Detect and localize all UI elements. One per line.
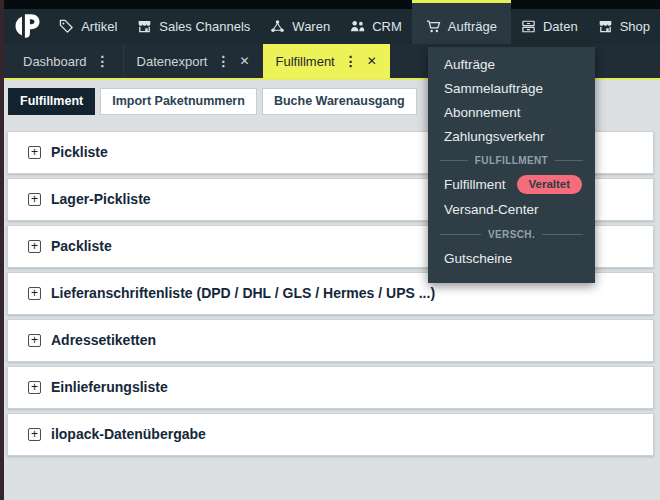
app-logo[interactable]	[4, 0, 49, 44]
nav-item-label: CRM	[372, 19, 402, 34]
network-icon	[270, 19, 285, 34]
menu-item-sammelauftraege[interactable]: Sammelaufträge	[428, 76, 595, 100]
menu-item-versand-center[interactable]: Versand-Center	[428, 198, 595, 222]
tab-datenexport[interactable]: Datenexport ⋮ ✕	[123, 44, 263, 78]
nav-item-label: Sales Channels	[159, 19, 250, 34]
menu-item-auftraege[interactable]: Aufträge	[428, 52, 595, 76]
menu-item-fulfillment[interactable]: Fulfillment Veraltet	[428, 171, 595, 198]
subtab-fulfillment[interactable]: Fulfillment	[8, 88, 95, 115]
plenty-logo-icon	[12, 11, 42, 41]
menu-item-label: Fulfillment	[444, 177, 506, 192]
close-icon[interactable]: ✕	[367, 54, 377, 68]
nav-item-waren[interactable]: Waren	[260, 0, 340, 44]
kebab-menu-icon[interactable]: ⋮	[96, 53, 110, 69]
accordion-row-ilopack-datenuebergabe[interactable]: + ilopack-Datenübergabe	[7, 413, 654, 456]
expand-plus-icon[interactable]: +	[28, 287, 41, 300]
nav-item-label: Shop	[620, 19, 650, 34]
nav-items: Artikel Sales Channels Waren CRM Aufträg…	[49, 0, 660, 44]
nav-item-label: Aufträge	[448, 19, 497, 34]
deprecated-badge: Veraltet	[517, 175, 583, 194]
auftraege-dropdown-menu: Aufträge Sammelaufträge Abonnement Zahlu…	[428, 47, 595, 283]
menu-section-fulfillment: FULFILLMENT	[440, 155, 583, 166]
accordion-row-label: ilopack-Datenübergabe	[51, 426, 206, 442]
nav-item-label: Artikel	[81, 19, 117, 34]
tab-label: Dashboard	[23, 54, 87, 69]
nav-item-shop[interactable]: Shop	[588, 0, 660, 44]
main-navbar: Artikel Sales Channels Waren CRM Aufträg…	[4, 0, 660, 44]
accordion-row-einlieferungsliste[interactable]: + Einlieferungsliste	[7, 366, 654, 409]
shop-icon	[598, 19, 613, 34]
accordion-row-adressetiketten[interactable]: + Adressetiketten	[7, 319, 654, 362]
users-icon	[350, 19, 365, 34]
nav-item-label: Daten	[543, 19, 578, 34]
accordion-row-label: Adressetiketten	[51, 332, 156, 348]
kebab-menu-icon[interactable]: ⋮	[344, 53, 358, 69]
expand-plus-icon[interactable]: +	[28, 146, 41, 159]
cart-icon	[426, 19, 441, 34]
nav-item-daten[interactable]: Daten	[511, 0, 588, 44]
menu-section-versch: VERSCH.	[440, 229, 583, 240]
tab-label: Fulfillment	[276, 54, 335, 69]
accordion-row-label: Lieferanschriftenliste (DPD / DHL / GLS …	[51, 285, 435, 301]
nav-item-auftraege[interactable]: Aufträge	[412, 0, 511, 44]
menu-item-gutscheine[interactable]: Gutscheine	[428, 247, 595, 271]
accordion-row-label: Einlieferungsliste	[51, 379, 168, 395]
expand-plus-icon[interactable]: +	[28, 428, 41, 441]
subtab-label: Fulfillment	[20, 95, 83, 108]
subtab-import-paketnummern[interactable]: Import Paketnummern	[100, 88, 257, 115]
archive-icon	[521, 19, 536, 34]
accordion-row-label: Lager-Pickliste	[51, 191, 151, 207]
nav-item-label: Waren	[292, 19, 330, 34]
nav-item-artikel[interactable]: Artikel	[49, 0, 127, 44]
accordion-row-label: Packliste	[51, 238, 112, 254]
nav-item-sales-channels[interactable]: Sales Channels	[127, 0, 260, 44]
storefront-icon	[137, 19, 152, 34]
expand-plus-icon[interactable]: +	[28, 334, 41, 347]
expand-plus-icon[interactable]: +	[28, 381, 41, 394]
nav-item-crm[interactable]: CRM	[340, 0, 412, 44]
tab-fulfillment[interactable]: Fulfillment ⋮ ✕	[263, 44, 390, 78]
accordion-row-label: Pickliste	[51, 144, 108, 160]
close-icon[interactable]: ✕	[239, 54, 249, 68]
subtab-label: Import Paketnummern	[112, 95, 245, 108]
tab-label: Datenexport	[137, 54, 208, 69]
tab-dashboard[interactable]: Dashboard ⋮	[10, 44, 123, 78]
kebab-menu-icon[interactable]: ⋮	[216, 53, 230, 69]
subtab-buche-warenausgang[interactable]: Buche Warenausgang	[262, 88, 417, 115]
tag-icon	[59, 19, 74, 34]
expand-plus-icon[interactable]: +	[28, 240, 41, 253]
subtab-label: Buche Warenausgang	[274, 95, 405, 108]
menu-item-zahlungsverkehr[interactable]: Zahlungsverkehr	[428, 124, 595, 148]
menu-item-abonnement[interactable]: Abonnement	[428, 100, 595, 124]
expand-plus-icon[interactable]: +	[28, 193, 41, 206]
